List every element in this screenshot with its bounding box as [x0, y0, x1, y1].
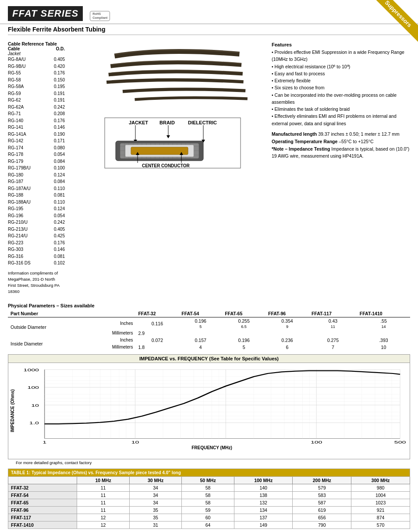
- cable-name: RG-9B/U: [8, 63, 43, 70]
- imp-val-3: 149: [234, 521, 293, 528]
- id-mm-ffat96: 6: [266, 344, 309, 351]
- imp-freq-50-MHz: 50 MHz: [182, 476, 234, 484]
- cable-name: RG-178: [8, 151, 43, 158]
- cable-row: RG-210/U0.242: [8, 219, 96, 226]
- imp-val-4: 583: [293, 491, 351, 499]
- cable-name: RG-303: [8, 246, 43, 253]
- svg-text:CENTER CONDUCTOR: CENTER CONDUCTOR: [142, 163, 190, 168]
- od-col-header: O.D.: [43, 46, 65, 51]
- imp-val-2: 58: [182, 491, 234, 499]
- feature-item: Eliminates the task of soldering braid: [272, 106, 410, 113]
- od-ffat96: 0.3549: [266, 317, 309, 330]
- cable-od: 0.242: [43, 104, 65, 111]
- physical-parameters-section: Physical Parameters – Sizes available Pa…: [0, 299, 418, 351]
- features-section: Features Provides effective EMI Suppress…: [272, 41, 410, 295]
- cable-name: RG-59: [8, 90, 43, 97]
- cable-name: RG-140: [8, 117, 43, 124]
- cable-od: 0.420: [43, 63, 65, 70]
- chart-section: IMPEDANCE vs. FREQUENCY (See Table for S…: [0, 351, 418, 466]
- cable-name: RG-187A/U: [8, 185, 43, 192]
- imp-val-1: 35: [129, 514, 182, 521]
- impedance-chart-svg: 1000 100 10 1.0 1 10 100 500: [17, 366, 407, 444]
- svg-text:BRAID: BRAID: [159, 120, 175, 125]
- imp-part-name: FFAT-1410: [8, 521, 77, 528]
- ffat96-col-header: FFAT-96: [266, 310, 309, 317]
- imp-part-col: [8, 476, 77, 484]
- cable-name: RG-213/U: [8, 226, 43, 233]
- cable-od: 0.150: [43, 77, 65, 84]
- imp-val-4: 656: [293, 514, 351, 521]
- imp-val-3: 140: [234, 484, 293, 491]
- temp-value: –55°C to +125°C: [339, 139, 373, 144]
- cable-name: RG-55: [8, 70, 43, 77]
- imp-val-1: 34: [129, 499, 182, 506]
- cable-row: RG-1420.171: [8, 137, 96, 144]
- outside-diameter-mm: Millimeters: [86, 330, 136, 337]
- cable-rows: RG-8A/U0.405RG-9B/U0.420RG-550.176RG-580…: [8, 56, 96, 267]
- imp-table-header: 10 MHz30 MHz50 MHz100 MHz200 MHz300 MHz: [8, 476, 410, 484]
- rohs-sub: Compliant: [92, 16, 107, 20]
- ffat1410-col-header: FFAT-1410: [357, 310, 410, 317]
- cable-od: 0.171: [43, 137, 65, 144]
- imp-val-4: 579: [293, 484, 351, 491]
- cable-name: RG-179: [8, 158, 43, 165]
- imp-val-3: 132: [234, 499, 293, 506]
- imp-val-2: 64: [182, 521, 234, 528]
- cable-row: RG-62A0.242: [8, 104, 96, 111]
- cable-row: RG-179B/U0.100: [8, 165, 96, 172]
- cable-row: RG-9B/U0.420: [8, 63, 96, 70]
- imp-val-5: 570: [351, 521, 410, 528]
- imp-val-0: 12: [77, 514, 130, 521]
- imp-val-2: 58: [182, 499, 234, 506]
- svg-text:100: 100: [311, 440, 322, 444]
- cable-row: RG-213/U0.405: [8, 226, 96, 233]
- imp-table-row: FFAT-1410123164149790570: [8, 521, 410, 528]
- cable-name: RG-316 DS: [8, 260, 43, 267]
- cable-name: RG-196: [8, 212, 43, 219]
- diagram-svg: JACKET BRAID DIELECTRIC: [103, 116, 243, 170]
- cable-name: RG-8A/U: [8, 56, 43, 63]
- cable-name: RG-58: [8, 77, 43, 84]
- temp-label: Operating Temperature Range: [272, 139, 337, 144]
- cable-row: RG-1870.084: [8, 178, 96, 185]
- imp-freq-10-MHz: 10 MHz: [77, 476, 130, 484]
- imp-part-name: FFAT-117: [8, 514, 77, 521]
- ffat117-col-header: FFAT-117: [309, 310, 357, 317]
- cable-row: RG-214/U0.425: [8, 233, 96, 240]
- svg-marker-7: [166, 135, 170, 138]
- cable-row: RG-550.176: [8, 70, 96, 77]
- y-axis-label: IMPEDANCE (Ohms): [8, 363, 17, 459]
- id-mm-ffat1410: 10: [357, 344, 410, 351]
- imp-freq-30-MHz: 30 MHz: [129, 476, 182, 484]
- feature-item: Effectively eliminates EMI and RFI probl…: [272, 113, 410, 127]
- imp-val-4: 619: [293, 506, 351, 514]
- cable-row: RG-710.208: [8, 110, 96, 117]
- rohs-badge: RoHS Compliant: [90, 11, 110, 21]
- cable-od: 0.242: [43, 219, 65, 226]
- cable-row: RG-1790.084: [8, 158, 96, 165]
- imp-table-row: FFAT-32113458140579980: [8, 484, 410, 491]
- svg-text:JACKET: JACKET: [129, 120, 148, 125]
- cable-row: RG-2230.176: [8, 240, 96, 247]
- cable-name: RG-180: [8, 172, 43, 179]
- imp-val-1: 35: [129, 506, 182, 514]
- cable-name: RG-71: [8, 110, 43, 117]
- imp-val-2: 58: [182, 484, 234, 491]
- svg-text:500: 500: [394, 440, 406, 444]
- id-ffat1410: .393: [357, 337, 410, 344]
- id-mm-ffat54: 4: [179, 344, 222, 351]
- cable-row: RG-141A0.190: [8, 131, 96, 138]
- cable-row: RG-1410.146: [8, 124, 96, 131]
- id-mm-ffat117: 7: [309, 344, 357, 351]
- od-mm-ffat32: 2.9: [135, 330, 179, 337]
- cable-od: 0.146: [43, 124, 65, 131]
- imp-val-1: 31: [129, 521, 182, 528]
- cable-name: RG-316: [8, 253, 43, 260]
- cable-reference-section: Cable Reference Table Cable O.D. Jacket …: [8, 41, 96, 295]
- imp-table-row: FFAT-96113559134619921: [8, 506, 410, 514]
- cable-name: RG-141A: [8, 131, 43, 138]
- imp-val-3: 138: [234, 491, 293, 499]
- cable-row: RG-620.191: [8, 97, 96, 104]
- outside-diameter-label: Outside Diameter: [8, 317, 86, 337]
- cable-name: RG-187: [8, 178, 43, 185]
